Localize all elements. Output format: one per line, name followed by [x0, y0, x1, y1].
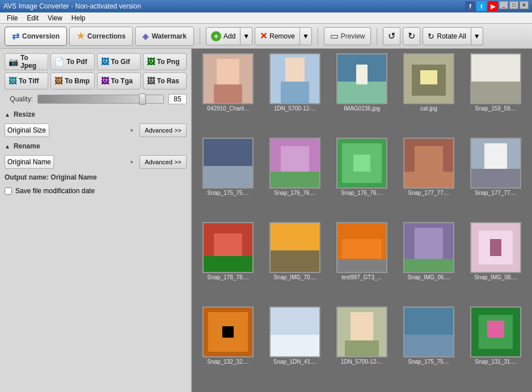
menu-file[interactable]: File [2, 13, 22, 23]
list-item[interactable]: Snap_159_59.... [464, 53, 527, 134]
rename-triangle: ▲ [5, 143, 10, 150]
format-tiff-label: To Tiff [19, 77, 39, 85]
tab-watermark[interactable]: ◈ Watermark [135, 27, 194, 46]
quality-slider[interactable] [37, 95, 164, 104]
tab-watermark-label: Watermark [151, 32, 187, 40]
list-item[interactable]: Snap_IMG_06.... [397, 222, 461, 303]
format-tga[interactable]: 🖼 To Tga [97, 73, 141, 90]
thumbnail-label: Snap_175_75.... [408, 359, 449, 365]
sep3 [377, 28, 377, 45]
rename-dropdown[interactable]: Original Name [5, 155, 54, 169]
resize-section-header[interactable]: ▲ Resize [5, 109, 187, 120]
output-name-prefix: Output name: [5, 173, 50, 181]
list-item[interactable]: 042910_Charli... [196, 53, 260, 134]
thumbnail-label: Snap_177_77.... [475, 190, 516, 196]
close-button[interactable]: ✕ [520, 1, 529, 9]
thumbnail-image [202, 306, 254, 357]
thumbnail-image [269, 222, 320, 273]
thumbnail-image [470, 138, 521, 189]
thumbnail-label: 1DN_5700-12-... [341, 359, 383, 365]
thumbnail-label: Snap_1DN_41.... [273, 359, 317, 365]
list-item[interactable]: Snap_IMG_08.... [464, 222, 527, 303]
preview-button[interactable]: ▭ Preview [324, 27, 371, 45]
thumbnail-label: 1DN_5700-12-... [274, 105, 316, 112]
list-item[interactable]: Snap_1DN_41.... [263, 306, 327, 387]
remove-button-group[interactable]: ✕ Remove ▼ [255, 27, 312, 45]
rotate-all-button-group[interactable]: ↻ Rotate All ▼ [423, 27, 483, 45]
list-item[interactable]: IMAG0236.jpg [330, 53, 394, 134]
rename-section-header[interactable]: ▲ Rename [5, 140, 187, 152]
twitter-icon[interactable]: t [476, 1, 487, 11]
tab-corrections[interactable]: ★ Corrections [69, 27, 133, 46]
rotate-left-button[interactable]: ↺ [383, 27, 400, 45]
watermark-icon: ◈ [142, 32, 149, 41]
menu-edit[interactable]: Edit [22, 13, 43, 23]
rotate-right-button[interactable]: ↻ [403, 27, 420, 45]
list-item[interactable]: 1DN_5700-12-... [263, 53, 327, 134]
format-tiff[interactable]: 🖼 To Tiff [5, 73, 48, 90]
menu-view[interactable]: View [43, 13, 67, 23]
youtube-icon[interactable]: ▶ [488, 1, 498, 11]
list-item[interactable]: Snap_176_76.... [263, 138, 327, 219]
jpeg-icon: 📷 [9, 57, 18, 66]
save-date-checkbox[interactable] [5, 188, 12, 195]
menu-help[interactable]: Help [67, 13, 90, 23]
image-grid: 042910_Charli...1DN_5700-12-...IMAG0236.… [192, 49, 532, 392]
rotate-all-dropdown-arrow[interactable]: ▼ [471, 28, 483, 45]
add-icon: + [211, 31, 221, 41]
format-png[interactable]: 🖼 To Png [143, 53, 187, 70]
list-item[interactable]: Snap_176_76.... [330, 138, 394, 219]
thumbnail-label: Snap_IMG_70.... [273, 274, 316, 280]
format-grid: 📷 To Jpeg 📄 To Pdf 🖼 To Gif 🖼 To Png 🖼 T… [5, 53, 187, 90]
thumbnail-label: Snap_178_78.... [207, 274, 248, 280]
remove-icon: ✕ [260, 31, 267, 41]
format-bmp[interactable]: 🖼 To Bmp [50, 73, 94, 90]
maximize-button[interactable]: □ [509, 1, 518, 9]
rotate-all-main[interactable]: ↻ Rotate All [423, 28, 470, 45]
format-pdf[interactable]: 📄 To Pdf [50, 53, 94, 70]
list-item[interactable]: Snap_131_31.... [464, 306, 527, 387]
app-title: AVS Image Converter - Non-activated vers… [3, 2, 141, 10]
gif-icon: 🖼 [101, 57, 109, 66]
list-item[interactable]: Snap_175_75.... [196, 138, 260, 219]
format-jpeg-label: To Jpeg [20, 54, 44, 70]
add-main[interactable]: + Add [206, 28, 240, 45]
remove-main[interactable]: ✕ Remove [255, 28, 299, 45]
tab-conversion[interactable]: ⇄ Conversion [5, 27, 67, 46]
sep1 [200, 28, 200, 45]
format-jpeg[interactable]: 📷 To Jpeg [5, 53, 48, 70]
list-item[interactable]: cat.jpg [397, 53, 461, 134]
list-item[interactable]: Snap_178_78.... [196, 222, 260, 303]
resize-dropdown[interactable]: Original Size [5, 123, 49, 137]
format-gif[interactable]: 🖼 To Gif [97, 53, 141, 70]
facebook-icon[interactable]: f [465, 1, 475, 11]
list-item[interactable]: test997_GT3_... [330, 222, 394, 303]
resize-controls: Original Size Advanced >> [5, 123, 187, 137]
thumbnail-label: test997_GT3_... [341, 274, 382, 280]
add-button-group[interactable]: + Add ▼ [206, 27, 252, 45]
minimize-button[interactable]: _ [499, 1, 508, 9]
list-item[interactable]: Snap_177_77.... [464, 138, 527, 219]
format-png-label: To Png [157, 58, 180, 66]
list-item[interactable]: Snap_177_77.... [397, 138, 461, 219]
list-item[interactable]: Snap_IMG_70.... [263, 222, 327, 303]
tab-corrections-label: Corrections [87, 32, 125, 40]
thumbnail-image [269, 138, 320, 189]
list-item[interactable]: 1DN_5700-12-... [330, 306, 394, 387]
thumbnail-label: Snap_131_31.... [475, 359, 516, 365]
rotate-right-icon: ↻ [408, 31, 415, 41]
list-item[interactable]: Snap_132_32.... [196, 306, 260, 387]
remove-dropdown-arrow[interactable]: ▼ [299, 28, 311, 45]
thumbnail-label: IMAG0236.jpg [344, 105, 380, 112]
thumbnail-image [336, 53, 387, 104]
rotate-all-label: Rotate All [437, 32, 466, 40]
resize-advanced-button[interactable]: Advanced >> [140, 123, 187, 137]
add-dropdown-arrow[interactable]: ▼ [240, 28, 252, 45]
thumbnail-image [269, 306, 320, 357]
list-item[interactable]: Snap_175_75.... [397, 306, 461, 387]
resize-dropdown-wrapper: Original Size [5, 123, 136, 137]
format-ras[interactable]: 🖼 To Ras [143, 73, 187, 90]
thumbnail-image [336, 306, 387, 357]
rename-advanced-button[interactable]: Advanced >> [140, 155, 187, 169]
main-layout: 📷 To Jpeg 📄 To Pdf 🖼 To Gif 🖼 To Png 🖼 T… [0, 49, 532, 392]
